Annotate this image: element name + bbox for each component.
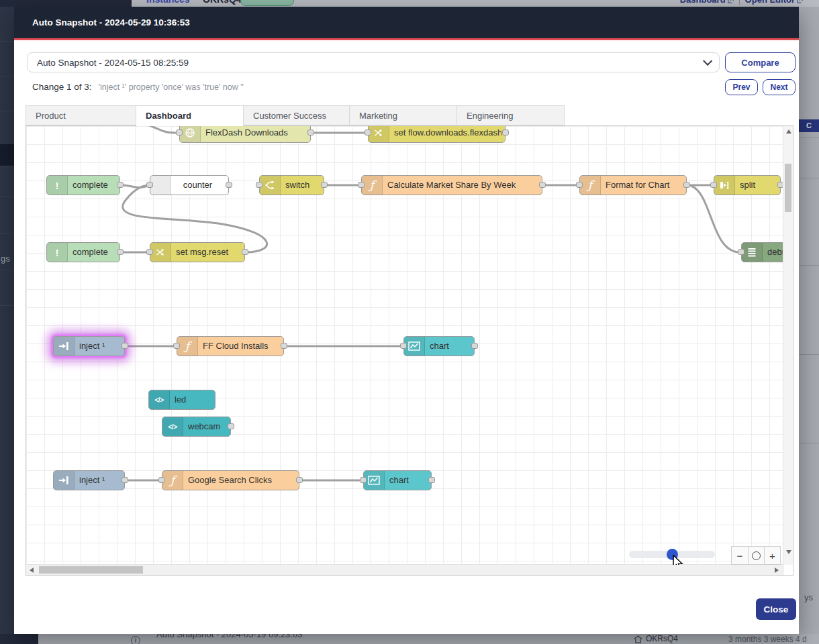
change-icon (369, 126, 389, 142)
output-port (281, 343, 287, 349)
node-label: chart (430, 337, 471, 355)
output-port (228, 423, 234, 429)
flow-node-inject-2[interactable]: inject ¹ (53, 470, 125, 490)
function-icon: ƒ (177, 337, 198, 356)
node-label: complete (73, 243, 116, 261)
complete-icon: ! (47, 243, 68, 262)
flow-node-debug[interactable]: debug (741, 242, 784, 262)
function-icon: ƒ (162, 471, 183, 490)
node-label: counter (171, 176, 225, 194)
flow-node-calculate-market-share[interactable]: ƒCalculate Market Share By Week (361, 175, 542, 195)
vertical-scroll-thumb[interactable] (785, 164, 791, 212)
flow-node-flexdash-downloads[interactable]: FlexDash Downloads (179, 126, 311, 143)
horizontal-scroll-thumb[interactable] (39, 566, 143, 574)
node-label: inject ¹ (79, 337, 121, 355)
node-label: complete (73, 176, 116, 194)
zoom-slider[interactable] (629, 551, 715, 558)
tab-product[interactable]: Product (26, 105, 136, 125)
node-label: switch (285, 176, 320, 194)
input-port (146, 249, 153, 255)
wire (131, 126, 175, 133)
tab-customer-success[interactable]: Customer Success (244, 105, 350, 125)
node-label: Calculate Market Share By Week (387, 176, 538, 194)
output-port (539, 182, 546, 188)
flow-node-chart-2[interactable]: chart (363, 470, 432, 490)
input-port (400, 343, 407, 349)
compare-button[interactable]: Compare (725, 52, 796, 72)
complete-icon: ! (47, 176, 68, 195)
flow-node-webcam[interactable]: </>webcam (162, 417, 231, 437)
node-label: webcam (188, 417, 227, 435)
output-port (296, 477, 303, 483)
template-icon: </> (162, 417, 183, 436)
prev-button[interactable]: Prev (725, 79, 758, 95)
horizontal-scrollbar[interactable] (26, 564, 784, 575)
flow-node-set-flow-downloads-flexdash[interactable]: set flow.downloads.flexdash (368, 126, 505, 143)
zoom-reset-button[interactable] (748, 547, 764, 564)
tab-marketing[interactable]: Marketing (350, 105, 457, 125)
dialog-body: Auto Snapshot - 2024-05-15 08:25:59 Comp… (14, 40, 799, 634)
output-port (321, 182, 328, 188)
node-label: FlexDash Downloads (205, 126, 307, 142)
flow-node-complete-1[interactable]: !complete (46, 175, 120, 195)
dialog-title: Auto Snapshot - 2024-05-29 10:36:53 (32, 17, 190, 28)
snapshot-dialog: Auto Snapshot - 2024-05-29 10:36:53 Auto… (14, 7, 799, 634)
flow-tabs: ProductDashboardCustomer SuccessMarketin… (26, 105, 565, 126)
flow-node-inject-1[interactable]: inject ¹ (53, 336, 125, 356)
snapshot-select[interactable]: Auto Snapshot - 2024-05-15 08:25:59 (27, 52, 720, 72)
node-label: FF Cloud Installs (203, 337, 280, 355)
input-port (576, 182, 583, 188)
next-button[interactable]: Next (763, 79, 796, 95)
node-label: set msg.reset (176, 243, 241, 261)
output-port (242, 249, 248, 255)
change-description: 'inject ¹' property 'once' was 'true' no… (99, 83, 244, 92)
flow-node-format-for-chart[interactable]: ƒFormat for Chart (579, 175, 687, 195)
flow-node-led[interactable]: </>led (148, 390, 215, 410)
split-icon (714, 176, 735, 195)
tab-dashboard[interactable]: Dashboard (136, 105, 244, 126)
vertical-scrollbar[interactable] (783, 126, 793, 565)
template-icon: </> (149, 390, 170, 409)
scroll-down-arrow[interactable] (786, 550, 791, 554)
scroll-right-arrow[interactable] (775, 568, 779, 573)
flow-node-ff-cloud-installs[interactable]: ƒFF Cloud Installs (177, 336, 284, 356)
chevron-down-icon (703, 56, 712, 66)
flow-canvas[interactable]: − + FlexDash Downloadsset flow.downloads… (26, 126, 784, 565)
output-port (428, 477, 435, 483)
close-button[interactable]: Close (756, 598, 796, 620)
mouse-cursor-icon (673, 555, 683, 565)
change-icon (150, 243, 171, 262)
zoom-out-button[interactable]: − (732, 547, 748, 564)
flow-node-chart-1[interactable]: chart (403, 336, 475, 356)
output-port (471, 343, 478, 349)
flow-node-split[interactable]: split (714, 175, 781, 195)
snapshot-select-value: Auto Snapshot - 2024-05-15 08:25:59 (37, 58, 189, 68)
function-icon: ƒ (580, 176, 601, 195)
scroll-up-arrow[interactable] (786, 129, 791, 133)
flow-node-set-msg-reset[interactable]: set msg.reset (150, 242, 245, 262)
output-port (307, 129, 314, 136)
node-label: set flow.downloads.flexdash (394, 126, 501, 142)
function-icon: ƒ (362, 176, 383, 195)
node-icon-region (150, 176, 171, 195)
zoom-in-button[interactable]: + (764, 547, 780, 564)
change-counter: Change 1 of 3: (32, 82, 92, 92)
node-label: Google Search Clicks (188, 471, 295, 489)
inject-icon (54, 337, 75, 356)
tab-engineering[interactable]: Engineering (457, 105, 565, 125)
page: { "background": { "topnav": { "instances… (0, 0, 819, 644)
input-port (360, 477, 367, 483)
flow-node-switch[interactable]: switch (259, 175, 324, 195)
flow-node-counter[interactable]: counter (150, 175, 229, 195)
input-port (146, 182, 153, 188)
flow-node-google-search-clicks[interactable]: ƒGoogle Search Clicks (162, 470, 299, 490)
zoom-reset-icon (752, 551, 761, 560)
node-label: debug (767, 243, 784, 261)
chart-icon (404, 337, 425, 356)
output-port (117, 182, 124, 188)
scroll-left-arrow[interactable] (30, 568, 34, 573)
output-port (683, 182, 690, 188)
input-port (358, 182, 365, 188)
flow-node-complete-2[interactable]: !complete (46, 242, 120, 262)
output-port (122, 343, 128, 349)
